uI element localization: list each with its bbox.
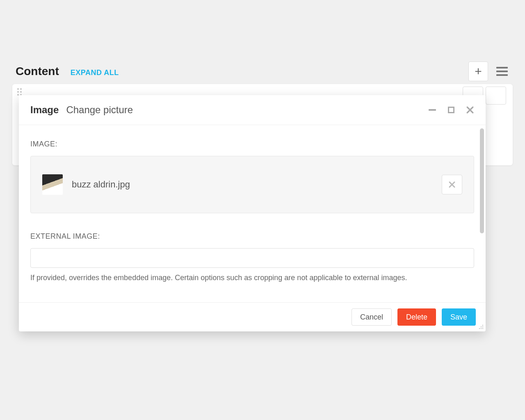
image-filename: buzz aldrin.jpg xyxy=(72,179,130,190)
remove-image-button[interactable] xyxy=(442,175,462,194)
delete-button[interactable]: Delete xyxy=(397,308,436,326)
resize-handle-icon[interactable] xyxy=(477,323,483,329)
card-action-2[interactable] xyxy=(486,87,506,105)
image-thumbnail[interactable] xyxy=(42,174,63,195)
close-icon xyxy=(466,106,474,114)
menu-button[interactable] xyxy=(495,65,509,78)
external-image-label: EXTERNAL IMAGE: xyxy=(30,232,474,241)
content-heading: Content xyxy=(16,65,59,78)
scrollbar[interactable] xyxy=(480,128,484,299)
minimize-icon xyxy=(429,109,436,111)
close-button[interactable] xyxy=(466,106,474,114)
minimize-button[interactable] xyxy=(428,106,436,114)
image-field-label: IMAGE: xyxy=(30,140,474,148)
modal-footer: Cancel Delete Save xyxy=(19,302,486,331)
maximize-icon xyxy=(448,107,454,113)
maximize-button[interactable] xyxy=(447,106,455,114)
save-button[interactable]: Save xyxy=(442,308,476,326)
external-image-help: If provided, overrides the embedded imag… xyxy=(30,274,474,282)
remove-icon xyxy=(449,181,455,188)
image-upload-box: buzz aldrin.jpg xyxy=(30,156,474,213)
cancel-button[interactable]: Cancel xyxy=(352,308,392,326)
image-modal: Image Change picture IMAGE: buzz aldrin.… xyxy=(19,95,486,331)
drag-handle-icon xyxy=(17,88,22,96)
modal-body: IMAGE: buzz aldrin.jpg EXTERNAL IMAGE: I… xyxy=(19,125,486,302)
external-image-input[interactable] xyxy=(30,248,474,268)
plus-icon: + xyxy=(475,65,482,78)
modal-title: Image xyxy=(30,104,59,116)
modal-header: Image Change picture xyxy=(19,95,486,125)
expand-all-link[interactable]: EXPAND ALL xyxy=(71,68,119,77)
hamburger-icon xyxy=(496,67,508,68)
add-button[interactable]: + xyxy=(468,62,488,81)
scrollbar-thumb[interactable] xyxy=(480,128,484,233)
modal-subtitle: Change picture xyxy=(66,104,133,116)
